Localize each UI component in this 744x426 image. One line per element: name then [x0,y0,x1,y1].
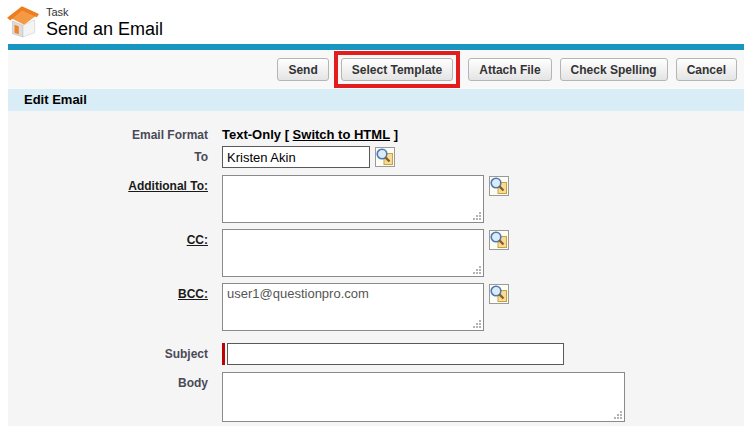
page-title: Send an Email [46,19,163,40]
task-home-icon [6,4,40,38]
resize-grip[interactable] [479,272,481,274]
subject-label: Subject [8,343,222,361]
subject-row: Subject [8,343,744,365]
cc-lookup-icon[interactable] [489,230,509,250]
bcc-lookup-icon[interactable] [489,284,509,304]
resize-grip[interactable] [620,417,622,419]
entity-label: Task [46,6,163,19]
body-row: Body [8,372,744,422]
cc-label[interactable]: CC: [187,233,208,247]
subject-input[interactable] [227,343,564,365]
cc-textarea[interactable] [222,229,484,277]
to-lookup-icon[interactable] [375,147,395,167]
subject-required-bar [222,343,225,365]
additional-to-row: Additional To: [8,175,744,223]
select-template-highlight-annotation: Select Template [334,51,460,88]
email-edit-block: Send Select Template Attach File Check S… [8,44,744,426]
resize-grip[interactable] [479,218,481,220]
page-header: Task Send an Email [6,4,163,40]
additional-to-label[interactable]: Additional To: [128,179,208,193]
additional-to-textarea[interactable] [222,175,484,223]
cc-row: CC: [8,229,744,277]
to-row: To [8,146,744,168]
body-label: Body [8,372,222,390]
send-button[interactable]: Send [277,58,328,81]
section-header: Edit Email [8,89,744,111]
toolbar: Send Select Template Attach File Check S… [8,50,744,89]
switch-to-html-link[interactable]: Switch to HTML [293,127,391,142]
email-format-row: Email Format Text-Only [ Switch to HTML … [8,124,744,142]
bcc-row: BCC: user1@questionpro.com [8,283,744,331]
to-input[interactable] [222,146,370,168]
email-format-value: Text-Only [222,127,281,142]
resize-grip[interactable] [479,326,481,328]
additional-to-lookup-icon[interactable] [489,176,509,196]
attach-file-button[interactable]: Attach File [468,58,551,81]
edit-email-form: Email Format Text-Only [ Switch to HTML … [8,111,744,426]
bcc-label[interactable]: BCC: [178,287,208,301]
select-template-button[interactable]: Select Template [341,58,453,81]
check-spelling-button[interactable]: Check Spelling [560,58,668,81]
bracket-close: ] [394,127,398,142]
cancel-button[interactable]: Cancel [676,58,737,81]
bcc-textarea[interactable]: user1@questionpro.com [222,283,484,331]
to-label: To [8,146,222,164]
body-textarea[interactable] [222,372,625,422]
email-format-label: Email Format [8,124,222,142]
